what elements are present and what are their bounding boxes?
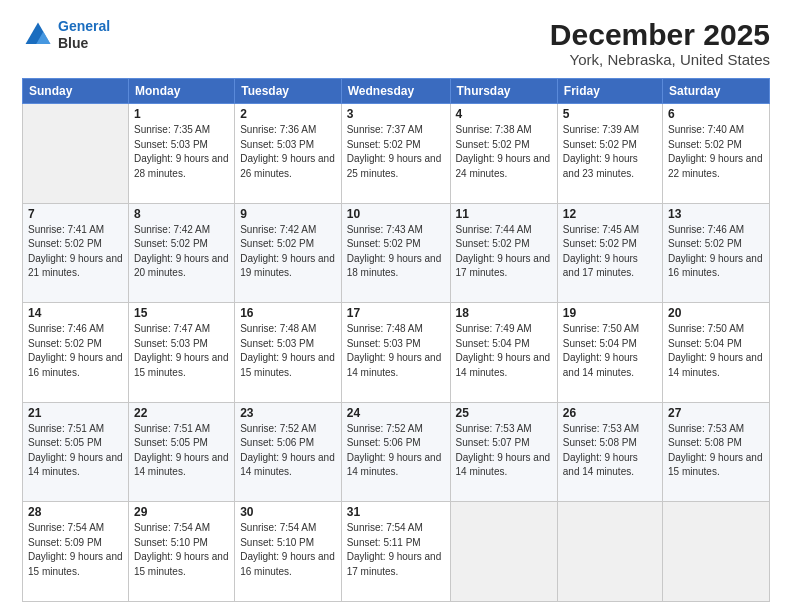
day-info: Sunrise: 7:53 AMSunset: 5:07 PMDaylight:…	[456, 422, 552, 480]
day-info: Sunrise: 7:46 AMSunset: 5:02 PMDaylight:…	[28, 322, 123, 380]
day-number: 16	[240, 306, 336, 320]
day-header-wednesday: Wednesday	[341, 79, 450, 104]
day-info: Sunrise: 7:41 AMSunset: 5:02 PMDaylight:…	[28, 223, 123, 281]
logo: General Blue	[22, 18, 110, 52]
calendar-cell: 21Sunrise: 7:51 AMSunset: 5:05 PMDayligh…	[23, 402, 129, 502]
calendar-cell: 16Sunrise: 7:48 AMSunset: 5:03 PMDayligh…	[235, 303, 342, 403]
week-row-5: 28Sunrise: 7:54 AMSunset: 5:09 PMDayligh…	[23, 502, 770, 602]
day-number: 20	[668, 306, 764, 320]
calendar-cell: 20Sunrise: 7:50 AMSunset: 5:04 PMDayligh…	[662, 303, 769, 403]
calendar-cell: 22Sunrise: 7:51 AMSunset: 5:05 PMDayligh…	[128, 402, 234, 502]
day-info: Sunrise: 7:50 AMSunset: 5:04 PMDaylight:…	[668, 322, 764, 380]
day-number: 13	[668, 207, 764, 221]
day-number: 12	[563, 207, 657, 221]
day-info: Sunrise: 7:54 AMSunset: 5:10 PMDaylight:…	[240, 521, 336, 579]
calendar-cell	[450, 502, 557, 602]
day-info: Sunrise: 7:51 AMSunset: 5:05 PMDaylight:…	[28, 422, 123, 480]
calendar-cell: 1Sunrise: 7:35 AMSunset: 5:03 PMDaylight…	[128, 104, 234, 204]
day-number: 7	[28, 207, 123, 221]
calendar-cell: 2Sunrise: 7:36 AMSunset: 5:03 PMDaylight…	[235, 104, 342, 204]
day-header-sunday: Sunday	[23, 79, 129, 104]
calendar-cell: 15Sunrise: 7:47 AMSunset: 5:03 PMDayligh…	[128, 303, 234, 403]
day-number: 17	[347, 306, 445, 320]
calendar-cell: 24Sunrise: 7:52 AMSunset: 5:06 PMDayligh…	[341, 402, 450, 502]
calendar-cell: 19Sunrise: 7:50 AMSunset: 5:04 PMDayligh…	[557, 303, 662, 403]
day-number: 11	[456, 207, 552, 221]
calendar-cell: 11Sunrise: 7:44 AMSunset: 5:02 PMDayligh…	[450, 203, 557, 303]
day-info: Sunrise: 7:49 AMSunset: 5:04 PMDaylight:…	[456, 322, 552, 380]
page: General Blue December 2025 York, Nebrask…	[0, 0, 792, 612]
day-header-tuesday: Tuesday	[235, 79, 342, 104]
subtitle: York, Nebraska, United States	[550, 51, 770, 68]
calendar-cell: 8Sunrise: 7:42 AMSunset: 5:02 PMDaylight…	[128, 203, 234, 303]
calendar-cell: 17Sunrise: 7:48 AMSunset: 5:03 PMDayligh…	[341, 303, 450, 403]
day-number: 6	[668, 107, 764, 121]
day-number: 14	[28, 306, 123, 320]
title-block: December 2025 York, Nebraska, United Sta…	[550, 18, 770, 68]
day-info: Sunrise: 7:52 AMSunset: 5:06 PMDaylight:…	[240, 422, 336, 480]
day-info: Sunrise: 7:50 AMSunset: 5:04 PMDaylight:…	[563, 322, 657, 380]
calendar-cell: 14Sunrise: 7:46 AMSunset: 5:02 PMDayligh…	[23, 303, 129, 403]
calendar-cell: 31Sunrise: 7:54 AMSunset: 5:11 PMDayligh…	[341, 502, 450, 602]
day-info: Sunrise: 7:39 AMSunset: 5:02 PMDaylight:…	[563, 123, 657, 181]
week-row-2: 7Sunrise: 7:41 AMSunset: 5:02 PMDaylight…	[23, 203, 770, 303]
day-number: 30	[240, 505, 336, 519]
day-number: 1	[134, 107, 229, 121]
calendar-cell: 26Sunrise: 7:53 AMSunset: 5:08 PMDayligh…	[557, 402, 662, 502]
calendar-cell: 10Sunrise: 7:43 AMSunset: 5:02 PMDayligh…	[341, 203, 450, 303]
calendar-cell	[557, 502, 662, 602]
day-number: 4	[456, 107, 552, 121]
day-info: Sunrise: 7:48 AMSunset: 5:03 PMDaylight:…	[347, 322, 445, 380]
day-header-saturday: Saturday	[662, 79, 769, 104]
day-info: Sunrise: 7:42 AMSunset: 5:02 PMDaylight:…	[134, 223, 229, 281]
day-header-friday: Friday	[557, 79, 662, 104]
day-info: Sunrise: 7:44 AMSunset: 5:02 PMDaylight:…	[456, 223, 552, 281]
day-info: Sunrise: 7:53 AMSunset: 5:08 PMDaylight:…	[668, 422, 764, 480]
day-number: 15	[134, 306, 229, 320]
calendar-cell: 23Sunrise: 7:52 AMSunset: 5:06 PMDayligh…	[235, 402, 342, 502]
calendar-cell: 3Sunrise: 7:37 AMSunset: 5:02 PMDaylight…	[341, 104, 450, 204]
day-info: Sunrise: 7:37 AMSunset: 5:02 PMDaylight:…	[347, 123, 445, 181]
calendar-cell: 6Sunrise: 7:40 AMSunset: 5:02 PMDaylight…	[662, 104, 769, 204]
day-info: Sunrise: 7:54 AMSunset: 5:09 PMDaylight:…	[28, 521, 123, 579]
day-number: 26	[563, 406, 657, 420]
calendar-cell: 30Sunrise: 7:54 AMSunset: 5:10 PMDayligh…	[235, 502, 342, 602]
main-title: December 2025	[550, 18, 770, 51]
logo-text: General Blue	[58, 18, 110, 52]
week-row-4: 21Sunrise: 7:51 AMSunset: 5:05 PMDayligh…	[23, 402, 770, 502]
day-info: Sunrise: 7:43 AMSunset: 5:02 PMDaylight:…	[347, 223, 445, 281]
day-number: 10	[347, 207, 445, 221]
calendar-cell	[662, 502, 769, 602]
day-info: Sunrise: 7:54 AMSunset: 5:11 PMDaylight:…	[347, 521, 445, 579]
week-row-1: 1Sunrise: 7:35 AMSunset: 5:03 PMDaylight…	[23, 104, 770, 204]
week-row-3: 14Sunrise: 7:46 AMSunset: 5:02 PMDayligh…	[23, 303, 770, 403]
day-info: Sunrise: 7:36 AMSunset: 5:03 PMDaylight:…	[240, 123, 336, 181]
day-number: 21	[28, 406, 123, 420]
day-info: Sunrise: 7:40 AMSunset: 5:02 PMDaylight:…	[668, 123, 764, 181]
logo-icon	[22, 19, 54, 51]
day-number: 25	[456, 406, 552, 420]
calendar-cell: 9Sunrise: 7:42 AMSunset: 5:02 PMDaylight…	[235, 203, 342, 303]
day-number: 9	[240, 207, 336, 221]
day-number: 2	[240, 107, 336, 121]
day-info: Sunrise: 7:46 AMSunset: 5:02 PMDaylight:…	[668, 223, 764, 281]
day-info: Sunrise: 7:53 AMSunset: 5:08 PMDaylight:…	[563, 422, 657, 480]
day-number: 22	[134, 406, 229, 420]
calendar: SundayMondayTuesdayWednesdayThursdayFrid…	[22, 78, 770, 602]
header: General Blue December 2025 York, Nebrask…	[22, 18, 770, 68]
day-header-thursday: Thursday	[450, 79, 557, 104]
day-info: Sunrise: 7:45 AMSunset: 5:02 PMDaylight:…	[563, 223, 657, 281]
day-number: 18	[456, 306, 552, 320]
day-info: Sunrise: 7:48 AMSunset: 5:03 PMDaylight:…	[240, 322, 336, 380]
calendar-cell: 12Sunrise: 7:45 AMSunset: 5:02 PMDayligh…	[557, 203, 662, 303]
day-info: Sunrise: 7:42 AMSunset: 5:02 PMDaylight:…	[240, 223, 336, 281]
day-number: 3	[347, 107, 445, 121]
day-info: Sunrise: 7:38 AMSunset: 5:02 PMDaylight:…	[456, 123, 552, 181]
calendar-cell: 13Sunrise: 7:46 AMSunset: 5:02 PMDayligh…	[662, 203, 769, 303]
day-number: 8	[134, 207, 229, 221]
calendar-cell: 4Sunrise: 7:38 AMSunset: 5:02 PMDaylight…	[450, 104, 557, 204]
day-number: 31	[347, 505, 445, 519]
calendar-cell: 18Sunrise: 7:49 AMSunset: 5:04 PMDayligh…	[450, 303, 557, 403]
day-info: Sunrise: 7:51 AMSunset: 5:05 PMDaylight:…	[134, 422, 229, 480]
calendar-cell: 5Sunrise: 7:39 AMSunset: 5:02 PMDaylight…	[557, 104, 662, 204]
